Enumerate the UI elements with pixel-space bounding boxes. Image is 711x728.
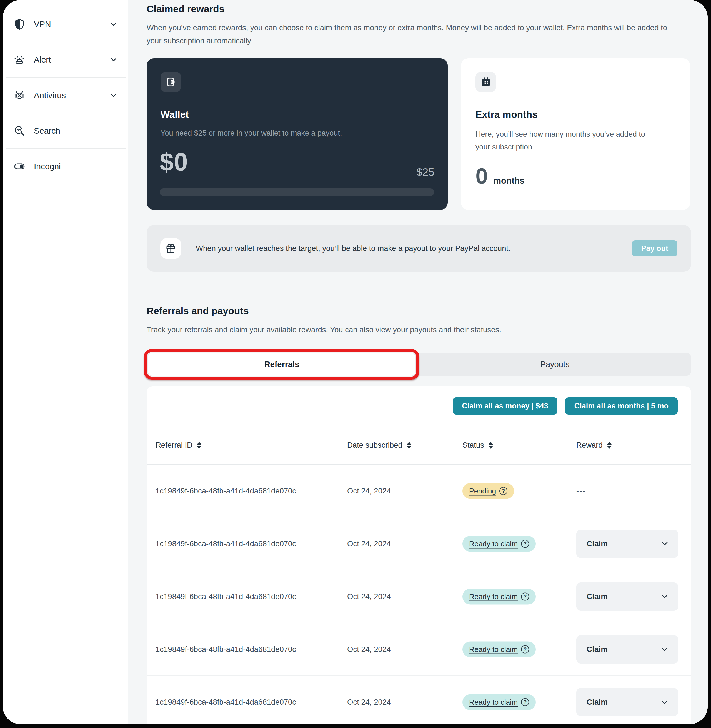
table-row: 1c19849f-6bca-48fb-a41d-4da681de070c Oct… (147, 517, 691, 570)
question-circle-icon[interactable]: ? (521, 698, 529, 706)
sidebar-item-label: Incogni (34, 162, 61, 171)
reward-text: --- (576, 487, 586, 495)
status-label: Ready to claim (469, 698, 518, 707)
status-label: Pending (469, 487, 496, 495)
payout-banner-message: When your wallet reaches the target, you… (196, 244, 510, 253)
chevron-down-icon (661, 647, 668, 651)
chevron-down-icon (661, 542, 668, 546)
status-cell: Pending ? (462, 483, 514, 499)
extra-months-value-row: 0 months (475, 163, 524, 189)
claim-all-as-money-button[interactable]: Claim all as money | $43 (453, 397, 558, 415)
claim-dropdown[interactable]: Claim (576, 582, 678, 611)
sidebar-item-vpn[interactable]: VPN (6, 6, 126, 42)
status-badge[interactable]: Ready to claim ? (462, 694, 536, 710)
referral-id-cell: 1c19849f-6bca-48fb-a41d-4da681de070c (155, 592, 296, 601)
status-badge[interactable]: Ready to claim ? (462, 641, 536, 657)
search-icon (13, 125, 25, 137)
wallet-progress-bar (160, 188, 434, 196)
sidebar-item-label: Alert (34, 55, 51, 65)
extra-months-title: Extra months (475, 109, 538, 120)
table-body: 1c19849f-6bca-48fb-a41d-4da681de070c Oct… (147, 465, 691, 724)
gift-icon-box (160, 238, 181, 259)
sidebar-item-incogni[interactable]: Incogni (6, 148, 126, 184)
table-row: 1c19849f-6bca-48fb-a41d-4da681de070c Oct… (147, 570, 691, 623)
sidebar-item-alert[interactable]: Alert (6, 42, 126, 77)
referral-id-cell: 1c19849f-6bca-48fb-a41d-4da681de070c (155, 698, 296, 707)
wallet-target: $25 (416, 166, 434, 179)
referrals-payouts-title: Referrals and payouts (147, 306, 691, 316)
status-badge[interactable]: Ready to claim ? (462, 589, 536, 604)
app-window: VPN Alert (3, 0, 708, 724)
claim-dropdown[interactable]: Claim (576, 530, 678, 558)
referral-id-cell: 1c19849f-6bca-48fb-a41d-4da681de070c (155, 645, 296, 654)
question-circle-icon[interactable]: ? (499, 487, 507, 495)
table-row: 1c19849f-6bca-48fb-a41d-4da681de070c Oct… (147, 623, 691, 676)
status-badge[interactable]: Ready to claim ? (462, 536, 536, 552)
date-subscribed-cell: Oct 24, 2024 (347, 645, 391, 654)
status-label: Ready to claim (469, 645, 518, 654)
date-subscribed-cell: Oct 24, 2024 (347, 487, 391, 495)
status-label: Ready to claim (469, 539, 518, 548)
claim-label: Claim (587, 698, 608, 707)
wallet-icon (165, 77, 176, 87)
claim-all-actions: Claim all as money | $43 Claim all as mo… (453, 397, 678, 415)
sidebar: VPN Alert (3, 0, 128, 724)
column-header-reward[interactable]: Reward (576, 426, 612, 464)
referrals-payouts-description: Track your referrals and claim your avai… (147, 323, 684, 336)
chevron-down-icon (661, 700, 668, 704)
claim-label: Claim (587, 645, 608, 654)
claimed-rewards-description: When you’ve earned rewards, you can choo… (147, 21, 684, 47)
wallet-description: You need $25 or more in your wallet to m… (161, 129, 342, 137)
question-circle-icon[interactable]: ? (521, 645, 529, 653)
status-cell: Ready to claim ? (462, 641, 536, 657)
chevron-down-icon (109, 20, 118, 29)
sidebar-item-label: VPN (34, 19, 51, 29)
status-cell: Ready to claim ? (462, 694, 536, 710)
chevron-down-icon (109, 91, 118, 100)
chevron-down-icon (109, 55, 118, 64)
date-subscribed-cell: Oct 24, 2024 (347, 698, 391, 707)
referral-id-cell: 1c19849f-6bca-48fb-a41d-4da681de070c (155, 487, 296, 495)
shield-icon (13, 18, 25, 30)
referrals-table-card: Claim all as money | $43 Claim all as mo… (147, 386, 691, 724)
pay-out-button[interactable]: Pay out (632, 240, 677, 257)
calendar-icon-box (475, 72, 496, 92)
date-subscribed-cell: Oct 24, 2024 (347, 539, 391, 548)
question-circle-icon[interactable]: ? (521, 592, 529, 601)
question-circle-icon[interactable]: ? (521, 540, 529, 548)
status-badge[interactable]: Pending ? (462, 483, 514, 499)
bug-icon (13, 89, 25, 102)
claim-all-as-months-button[interactable]: Claim all as months | 5 mo (565, 397, 678, 415)
payout-banner: When your wallet reaches the target, you… (147, 225, 691, 272)
extra-months-unit: months (494, 176, 525, 186)
main-content: Claimed rewards When you’ve earned rewar… (128, 0, 708, 724)
referrals-payouts-tabs: Referrals Payouts (147, 353, 691, 376)
claim-dropdown[interactable]: Claim (576, 635, 678, 663)
sidebar-item-antivirus[interactable]: Antivirus (6, 77, 126, 113)
extra-months-description: Here, you’ll see how many months you’ve … (475, 128, 653, 154)
rewards-cards: Wallet You need $25 or more in your wall… (147, 58, 691, 210)
tab-payouts[interactable]: Payouts (419, 353, 691, 376)
column-header-referral-id[interactable]: Referral ID (155, 426, 201, 464)
wallet-card: Wallet You need $25 or more in your wall… (147, 58, 448, 210)
tab-referrals[interactable]: Referrals (148, 353, 416, 376)
claim-label: Claim (587, 592, 608, 601)
gift-icon (165, 242, 177, 254)
toggle-icon (13, 160, 25, 173)
table-row: 1c19849f-6bca-48fb-a41d-4da681de070c Oct… (147, 676, 691, 724)
claim-dropdown[interactable]: Claim (576, 688, 678, 716)
wallet-icon-box (161, 72, 181, 92)
chevron-down-icon (661, 594, 668, 598)
status-label: Ready to claim (469, 592, 518, 601)
extra-months-value: 0 (475, 163, 488, 189)
wallet-title: Wallet (161, 109, 189, 120)
column-header-date-subscribed[interactable]: Date subscribed (347, 426, 411, 464)
calendar-icon (480, 76, 491, 88)
claim-label: Claim (587, 539, 608, 548)
referral-id-cell: 1c19849f-6bca-48fb-a41d-4da681de070c (155, 539, 296, 548)
sidebar-item-label: Antivirus (34, 91, 66, 100)
sidebar-item-search[interactable]: Search (6, 113, 126, 148)
status-cell: Ready to claim ? (462, 589, 536, 604)
sort-icon (607, 442, 612, 449)
column-header-status[interactable]: Status (462, 426, 493, 464)
